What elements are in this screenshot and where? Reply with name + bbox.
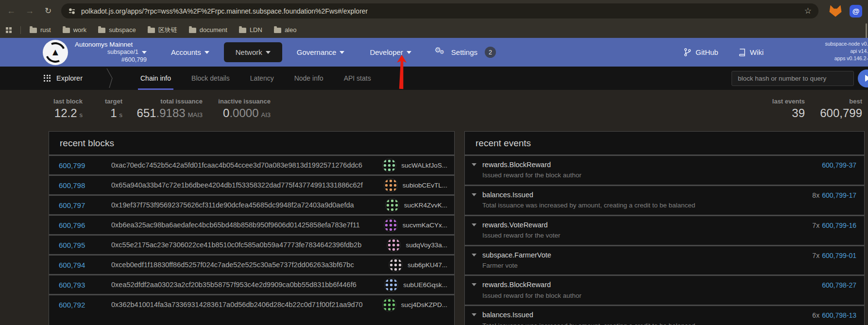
chain-info[interactable]: Autonomys Mainnet subspace/1 #600,799 [75, 41, 147, 64]
block-number-link[interactable]: 600,798 [59, 181, 100, 189]
block-search-input[interactable] [732, 71, 854, 86]
block-author[interactable]: subiobCEvTL... [384, 178, 447, 192]
author-identicon[interactable] [382, 158, 396, 172]
expand-caret-icon[interactable] [472, 220, 482, 240]
event-description: Issued reward for the voter [482, 231, 812, 240]
event-row: subspace.FarmerVote Farmer vote 7x600,79… [465, 245, 864, 275]
nav-settings[interactable]: ⚙⚙ Settings 2 [435, 47, 496, 58]
chevron-down-icon [204, 51, 209, 54]
event-info: balances.Issued Total issuance was incre… [482, 310, 812, 325]
block-author[interactable]: sucKR4ZvvK... [385, 198, 447, 212]
tab-api-stats[interactable]: API stats [334, 67, 381, 90]
author-identicon[interactable] [382, 298, 396, 312]
nav-governance[interactable]: Governance [286, 43, 356, 61]
expand-caret-icon[interactable] [472, 280, 482, 300]
tab-latency[interactable]: Latency [240, 67, 284, 90]
author-identicon[interactable] [384, 218, 398, 232]
author-identicon[interactable] [384, 178, 398, 192]
nav-network[interactable]: Network [224, 42, 282, 62]
block-hash: 0xac70edc7452b5c42a5fd01fcaac4b054ccee3d… [111, 161, 362, 169]
block-author[interactable]: sudqVoy33a... [387, 238, 447, 252]
event-description: Farmer vote [482, 261, 812, 271]
github-link[interactable]: GitHub [684, 48, 718, 56]
author-identicon[interactable] [387, 238, 401, 252]
bookmark-folder[interactable]: work [63, 26, 86, 34]
wiki-link[interactable]: Wiki [739, 48, 764, 56]
event-count: 6x [812, 311, 819, 319]
search-submit-button[interactable] [858, 69, 868, 87]
bookmark-folder[interactable]: subspace [98, 26, 136, 34]
grid-icon [44, 75, 51, 82]
chain-spec[interactable]: subspace/1 [75, 49, 147, 56]
event-description: Issued reward for the block author [482, 291, 819, 301]
block-number-link[interactable]: 600,794 [59, 261, 100, 269]
bookmark-folder[interactable]: LDN [239, 26, 262, 34]
event-name: balances.Issued [482, 190, 812, 200]
block-number-link[interactable]: 600,792 [59, 301, 100, 309]
chain-stats: last block 12.2s target 1s total issuanc… [0, 90, 868, 131]
tab-block-details[interactable]: Block details [181, 67, 240, 90]
block-number-link[interactable]: 600,799 [59, 161, 100, 170]
event-name: subspace.FarmerVote [482, 250, 812, 260]
block-number-link[interactable]: 600,796 [59, 221, 100, 229]
breadcrumb-separator [106, 68, 114, 89]
author-name: sucj4DsKZPD... [401, 301, 447, 308]
tab-node-info[interactable]: Node info [284, 67, 334, 90]
event-row: balances.Issued Total issuance was incre… [465, 305, 864, 325]
reload-icon[interactable]: ↻ [43, 6, 53, 16]
block-number-link[interactable]: 600,797 [59, 201, 100, 209]
nav-developer[interactable]: Developer [359, 43, 422, 61]
annotation-arrow [396, 55, 408, 90]
block-author[interactable]: sucWALkfJoS... [382, 158, 447, 172]
bookmark-folder[interactable]: document [189, 26, 227, 34]
event-id-link[interactable]: 600,798-13 [822, 311, 856, 319]
event-id-link[interactable]: 600,799-37 [822, 161, 856, 169]
expand-caret-icon[interactable] [472, 190, 482, 210]
blue-extension-icon[interactable]: @ [850, 5, 862, 17]
forward-icon[interactable]: → [24, 6, 35, 16]
block-row: 600,793 0xea52dfdf2aa03023a2cf20b35b5875… [49, 274, 454, 294]
event-id-link[interactable]: 600,799-01 [822, 252, 856, 259]
nav-accounts[interactable]: Accounts [160, 43, 220, 61]
block-number-link[interactable]: 600,793 [59, 281, 100, 289]
explorer-section[interactable]: Explorer [44, 74, 83, 82]
autonomys-logo[interactable]: ▲ [43, 40, 68, 65]
bookmark-star-icon[interactable]: ☆ [804, 6, 812, 16]
author-identicon[interactable] [389, 258, 403, 272]
bookmark-folder[interactable]: aleo [274, 26, 297, 34]
tab-chain-info[interactable]: Chain info [130, 67, 181, 90]
stat-best: best 600,799 [805, 98, 862, 131]
stat-last-events: last events 39 [742, 98, 805, 131]
screen: ← → ↻ polkadot.js.org/apps/?rpc=wss%3A%2… [0, 0, 868, 325]
back-icon[interactable]: ← [6, 6, 17, 16]
url-text[interactable]: polkadot.js.org/apps/?rpc=wss%3A%2F%2Frp… [81, 7, 368, 15]
event-info: balances.Issued Total issuance was incre… [482, 190, 812, 210]
author-identicon[interactable] [385, 198, 399, 212]
event-id-link[interactable]: 600,799-16 [822, 222, 856, 229]
section-tabs-bar: Explorer Chain info Block details Latenc… [0, 67, 868, 90]
expand-caret-icon[interactable] [472, 250, 482, 271]
address-bar[interactable]: polkadot.js.org/apps/?rpc=wss%3A%2F%2Frp… [61, 3, 818, 18]
folder-icon [98, 28, 105, 33]
author-identicon[interactable] [384, 278, 398, 292]
site-settings-icon[interactable] [68, 7, 76, 15]
block-author[interactable]: sub6pKU47... [389, 258, 447, 272]
event-id-link[interactable]: 600,799-17 [822, 191, 856, 199]
bookmark-folder[interactable]: rust [30, 26, 51, 34]
block-number-link[interactable]: 600,795 [59, 241, 100, 249]
event-row: balances.Issued Total issuance was incre… [465, 185, 864, 215]
metamask-extension-icon[interactable] [829, 5, 842, 17]
event-description: Issued reward for the block author [482, 171, 819, 180]
chevron-down-icon [142, 51, 147, 54]
block-hash: 0xea52dfdf2aa03023a2cf20b35b58757f953c4e… [111, 281, 357, 289]
event-id-link[interactable]: 600,798-27 [822, 281, 856, 289]
block-row: 600,795 0xc55e2175ac23e7306022ce41b8510c… [49, 234, 454, 254]
block-author[interactable]: subUE6Gqsk... [384, 278, 447, 292]
bookmark-folder[interactable]: 区块链 [148, 26, 177, 34]
expand-caret-icon[interactable] [472, 310, 482, 325]
block-author[interactable]: sucvmKaCYx... [384, 218, 447, 232]
block-author[interactable]: sucj4DsKZPD... [382, 298, 447, 312]
event-row: rewards.VoteReward Issued reward for the… [465, 215, 864, 245]
expand-caret-icon[interactable] [472, 160, 482, 180]
apps-grid-icon[interactable] [6, 27, 12, 33]
